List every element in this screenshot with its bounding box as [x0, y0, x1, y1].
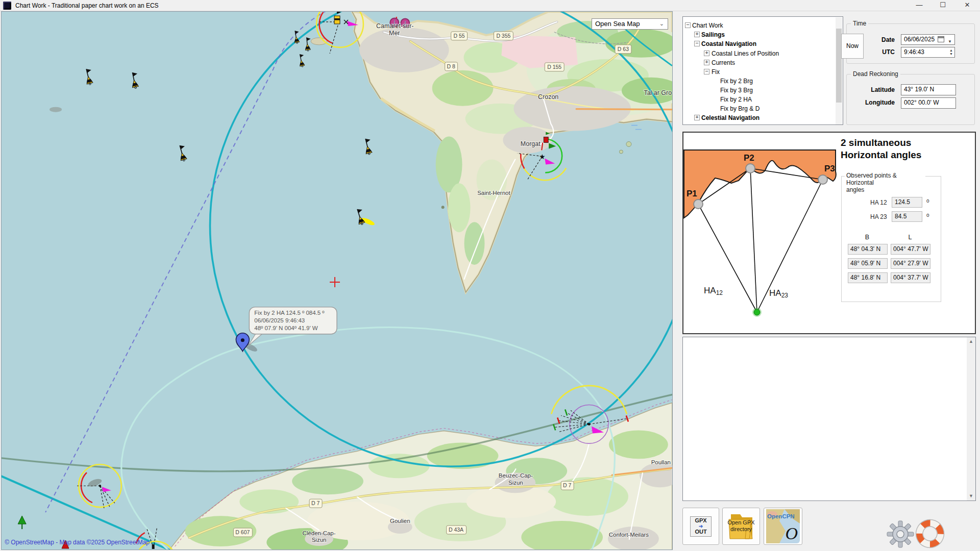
svg-text:Sizun: Sizun — [312, 537, 327, 543]
tree-item-coastal-lines[interactable]: Coastal Lines of Position — [712, 49, 779, 58]
tree-item-fix-3-brg[interactable]: Fix by 3 Brg — [720, 86, 753, 94]
svg-text:D 607: D 607 — [235, 530, 250, 535]
close-button[interactable]: ✕ — [955, 0, 979, 11]
svg-text:Confort-Meilars: Confort-Meilars — [609, 532, 649, 538]
svg-text:Morgat: Morgat — [521, 140, 541, 147]
svg-text:Cléden-Cap-: Cléden-Cap- — [303, 530, 336, 536]
scroll-down-icon[interactable]: ▼ — [967, 492, 975, 500]
tree-item-sailings[interactable]: Sailings — [701, 31, 725, 39]
urban-camaret — [359, 28, 449, 72]
tree-expander-minus[interactable] — [704, 69, 709, 74]
column-header-b: B — [848, 234, 887, 241]
p1-longitude-field[interactable]: 004° 47.7' W — [891, 244, 930, 255]
longitude-field[interactable]: 002° 00.0' W — [901, 97, 956, 109]
tree-item-currents[interactable]: Currents — [712, 59, 735, 67]
tree-expander-plus[interactable] — [704, 60, 709, 65]
tree-expander-plus[interactable] — [694, 115, 700, 120]
svg-text:D 7: D 7 — [563, 483, 571, 488]
p2-longitude-field[interactable]: 004° 27.9' W — [891, 258, 930, 269]
observed-points-group-label: Observed points & Horizontal angles — [845, 172, 925, 193]
dead-reckoning-label: Dead Reckoning — [851, 70, 900, 78]
svg-text:D 63: D 63 — [618, 46, 629, 52]
ha12-degree-unit: o — [926, 198, 929, 204]
svg-text:D 7: D 7 — [311, 500, 320, 506]
gpx-out-button[interactable]: GPX ➜ OUT — [682, 508, 719, 545]
p2-latitude-field[interactable]: 48° 05.9' N — [848, 258, 888, 269]
svg-text:D 55: D 55 — [453, 33, 464, 39]
tree-item-chart-work[interactable]: Chart Work — [692, 21, 723, 30]
svg-text:Sizun: Sizun — [508, 480, 523, 486]
tooltip-line-2: 06/06/2025 9:46:43 — [254, 317, 305, 323]
ha23-label: HA 23 — [870, 213, 887, 220]
p3-label: P3 — [824, 164, 835, 173]
p2-label: P2 — [744, 153, 754, 163]
tree-item-fix-2-ha[interactable]: Fix by 2 HA — [720, 95, 752, 104]
chevron-down-icon: ⌄ — [659, 20, 664, 27]
ha12-label: HA 12 — [870, 199, 887, 206]
open-gpx-directory-button[interactable]: Open GPX directory — [722, 508, 760, 545]
tree-expander-plus[interactable] — [704, 51, 709, 56]
ha23-annotation: HA23 — [769, 288, 788, 299]
date-dropdown-arrow-icon[interactable]: ▼ — [948, 38, 952, 45]
tooltip-line-1: Fix by 2 HA 124.5 º 084.5 º — [254, 310, 325, 316]
longitude-label: Longitude — [856, 99, 895, 106]
svg-text:Saint-Hernot: Saint-Hernot — [477, 190, 510, 196]
tooltip-line-3: 48º 07.9' N 004º 41.9' W — [254, 325, 318, 331]
svg-text:D 8: D 8 — [447, 64, 455, 69]
tree-item-fix[interactable]: Fix — [712, 68, 720, 76]
svg-text:Mer: Mer — [389, 30, 400, 37]
map-canvas: ★ — [2, 12, 672, 549]
tree-item-fix-brg-d[interactable]: Fix by Brg & D — [720, 105, 760, 113]
tree-expander-plus[interactable] — [694, 32, 700, 37]
p3-longitude-field[interactable]: 004° 37.7' W — [891, 272, 930, 283]
gpx-out-icon: GPX ➜ OUT — [690, 516, 712, 537]
column-header-l: L — [891, 234, 929, 241]
tree-expander-minus[interactable] — [694, 41, 700, 46]
maximize-button[interactable]: ☐ — [931, 0, 954, 11]
title-bar: Chart Work - Traditional paper chart wor… — [0, 0, 980, 11]
now-button[interactable]: Now — [841, 34, 864, 59]
lesson-tree[interactable]: Chart Work Sailings Coastal Navigation C… — [682, 16, 843, 125]
app-icon — [3, 2, 11, 10]
p3-latitude-field[interactable]: 48° 16.8' N — [848, 272, 888, 283]
settings-gear-icon[interactable] — [886, 520, 915, 548]
time-spinner-icon[interactable]: ▲▼ — [949, 48, 953, 56]
latitude-field[interactable]: 43° 19.0' N — [901, 84, 956, 95]
svg-text:★: ★ — [539, 153, 546, 161]
lesson-diagram-panel: P1 P2 P3 HA12 HA23 2 simultaneous Horizo… — [682, 132, 976, 334]
layer-selector-dropdown[interactable]: Open Sea Map ⌄ — [592, 18, 668, 30]
p1-latitude-field[interactable]: 48° 04.3' N — [848, 244, 888, 255]
utc-field[interactable]: 9:46:43 ▲▼ — [901, 47, 955, 58]
window-title: Chart Work - Traditional paper chart wor… — [15, 2, 159, 9]
tree-item-radionavigation[interactable]: Radionavigation — [701, 123, 749, 125]
diagram-title: 2 simultaneous Horizontal angles — [841, 137, 971, 161]
horizontal-angles-diagram: P1 P2 P3 HA12 HA23 — [683, 133, 857, 333]
svg-text:D 355: D 355 — [496, 33, 510, 39]
svg-text:D 155: D 155 — [547, 64, 561, 70]
listbox-scrollbar[interactable]: ▲ ▼ — [967, 337, 975, 500]
svg-text:Beuzec-Cap-: Beuzec-Cap- — [499, 472, 533, 479]
tree-item-coastal-navigation[interactable]: Coastal Navigation — [701, 40, 756, 48]
help-lifebuoy-icon[interactable] — [915, 518, 945, 549]
tree-expander-minus[interactable] — [685, 22, 691, 28]
ha12-field[interactable]: 124.5 — [892, 197, 922, 208]
svg-text:Poullan: Poullan — [651, 459, 671, 465]
scroll-up-icon[interactable]: ▲ — [967, 337, 975, 346]
ha23-field[interactable]: 84.5 — [892, 211, 922, 222]
calendar-icon[interactable] — [938, 36, 944, 42]
svg-text:Camaret-sur-: Camaret-sur- — [376, 22, 413, 30]
utc-label: UTC — [874, 48, 895, 56]
coast-shape — [684, 150, 836, 218]
svg-text:D 43A: D 43A — [449, 527, 463, 533]
minimize-button[interactable]: — — [908, 0, 931, 11]
results-listbox[interactable]: ▲ ▼ — [682, 337, 976, 501]
chart-map[interactable]: ★ — [1, 11, 673, 550]
date-field[interactable]: 06/06/2025 ▼ — [901, 34, 955, 45]
tree-item-celestial-navigation[interactable]: Celestial Navigation — [701, 114, 760, 122]
ha12-annotation: HA12 — [704, 286, 723, 296]
observer-position-dot — [754, 309, 760, 315]
map-attribution: © OpenStreetMap - Map data ©2025 OpenStr… — [5, 539, 150, 546]
p1-label: P1 — [687, 189, 697, 198]
tree-item-fix-2-brg[interactable]: Fix by 2 Brg — [720, 77, 753, 85]
opencpn-button[interactable]: OpenCPN O — [764, 508, 802, 545]
